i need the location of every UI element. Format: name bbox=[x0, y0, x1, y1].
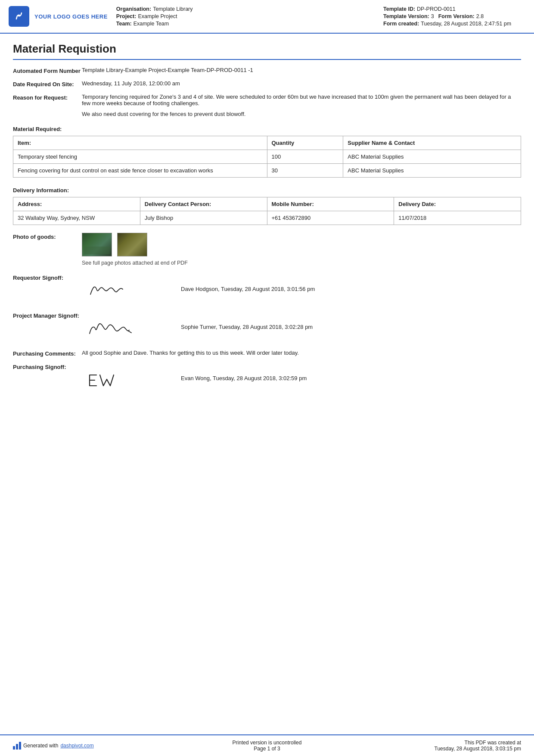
project-row: Project: Example Project bbox=[116, 13, 375, 19]
project-manager-signoff-row: Project Manager Signoff: Sophie Turner, … bbox=[13, 312, 521, 342]
team-row: Team: Example Team bbox=[116, 21, 375, 27]
template-version-value: 3 bbox=[431, 13, 434, 19]
delivery-col-mobile: Mobile Number: bbox=[267, 197, 394, 211]
project-label: Project: bbox=[116, 13, 137, 19]
photo-thumb-1 bbox=[82, 233, 112, 256]
automated-form-number-value: Template Library-Example Project-Example… bbox=[82, 67, 521, 73]
requestor-signoff-inline: Dave Hodgson, Tuesday, 28 August 2018, 3… bbox=[82, 274, 521, 304]
delivery-date-cell: 11/07/2018 bbox=[394, 211, 521, 225]
delivery-mobile-cell: +61 453672890 bbox=[267, 211, 394, 225]
requestor-signoff-label: Requestor Signoff: bbox=[13, 274, 82, 281]
project-manager-signoff-meta: Sophie Turner, Tuesday, 28 August 2018, … bbox=[181, 324, 313, 330]
photo-of-goods-row: Photo of goods: See full page photos att… bbox=[13, 233, 521, 266]
logo-icon bbox=[9, 6, 29, 27]
materials-table-header-row: Item: Quantity Supplier Name & Contact bbox=[13, 136, 521, 150]
purchasing-signoff-label: Purchasing Signoff: bbox=[13, 363, 82, 370]
form-created-row: Form created: Tuesday, 28 August 2018, 2… bbox=[383, 21, 521, 27]
purchasing-signoff-meta: Evan Wong, Tuesday, 28 August 2018, 3:02… bbox=[181, 375, 307, 381]
generated-text: Generated with bbox=[23, 743, 58, 749]
purchasing-signoff-row: Purchasing Signoff: Evan Wong, Tuesday, … bbox=[13, 363, 521, 393]
purchasing-signature-image bbox=[82, 363, 151, 393]
team-label: Team: bbox=[116, 21, 132, 27]
footer-left: Generated with dashpivot.com bbox=[13, 742, 182, 750]
purchasing-comments-value: All good Sophie and Dave. Thanks for get… bbox=[82, 350, 521, 356]
purchasing-signoff-content: Evan Wong, Tuesday, 28 August 2018, 3:02… bbox=[82, 363, 521, 393]
header-meta: Organisation: Template Library Project: … bbox=[116, 6, 375, 27]
date-required-value: Wednesday, 11 July 2018, 12:00:00 am bbox=[82, 80, 521, 87]
delivery-col-address: Address: bbox=[13, 197, 140, 211]
delivery-col-contact: Delivery Contact Person: bbox=[140, 197, 267, 211]
date-required-row: Date Required On Site: Wednesday, 11 Jul… bbox=[13, 80, 521, 87]
footer-center: Printed version is uncontrolled Page 1 o… bbox=[182, 740, 351, 752]
form-version-value: 2.8 bbox=[476, 13, 484, 19]
delivery-contact-cell: July Bishop bbox=[140, 211, 267, 225]
materials-col-supplier: Supplier Name & Contact bbox=[343, 136, 521, 150]
delivery-col-date: Delivery Date: bbox=[394, 197, 521, 211]
materials-supplier-cell: ABC Material Supplies bbox=[343, 164, 521, 178]
logo-text: YOUR LOGO GOES HERE bbox=[34, 13, 108, 20]
delivery-address-cell: 32 Wallaby Way, Sydney, NSW bbox=[13, 211, 140, 225]
project-value: Example Project bbox=[138, 13, 177, 19]
org-row: Organisation: Template Library bbox=[116, 6, 375, 12]
delivery-header-row: Address: Delivery Contact Person: Mobile… bbox=[13, 197, 521, 211]
materials-table-row: Temporary steel fencing 100 ABC Material… bbox=[13, 150, 521, 164]
org-label: Organisation: bbox=[116, 6, 151, 12]
footer-right: This PDF was created at Tuesday, 28 Augu… bbox=[352, 740, 521, 752]
reason-text-2: We also need dust covering for the fence… bbox=[82, 111, 521, 117]
footer-brand: Generated with dashpivot.com bbox=[13, 742, 182, 750]
purchasing-comments-label: Purchasing Comments: bbox=[13, 350, 82, 357]
dashpivot-link[interactable]: dashpivot.com bbox=[60, 743, 93, 749]
form-created-label: Form created: bbox=[383, 21, 419, 27]
template-id-row: Template ID: DP-PROD-0011 bbox=[383, 6, 521, 12]
team-value: Example Team bbox=[134, 21, 169, 27]
reason-for-request-label: Reason for Request: bbox=[13, 94, 82, 101]
pdf-created-label: This PDF was created at bbox=[352, 740, 521, 746]
reason-text-1: Temporary fencing required for Zone's 3 … bbox=[82, 94, 521, 106]
form-title: Material Requistion bbox=[13, 42, 521, 60]
purchasing-comments-row: Purchasing Comments: All good Sophie and… bbox=[13, 350, 521, 357]
materials-col-item: Item: bbox=[13, 136, 267, 150]
materials-table: Item: Quantity Supplier Name & Contact T… bbox=[13, 136, 521, 178]
dashpivot-logo-icon bbox=[13, 742, 21, 750]
photo-thumbnails bbox=[82, 233, 521, 256]
materials-col-quantity: Quantity bbox=[267, 136, 343, 150]
requestor-signature-image bbox=[82, 274, 151, 304]
uncontrolled-text: Printed version is uncontrolled bbox=[182, 740, 351, 746]
header: YOUR LOGO GOES HERE Organisation: Templa… bbox=[0, 0, 534, 34]
materials-quantity-cell: 100 bbox=[267, 150, 343, 164]
page-label: Page 1 of 3 bbox=[182, 746, 351, 752]
svg-point-1 bbox=[18, 15, 20, 17]
form-version-label: Form Version: bbox=[438, 13, 475, 19]
requestor-signoff-content: Dave Hodgson, Tuesday, 28 August 2018, 3… bbox=[82, 274, 521, 304]
page: YOUR LOGO GOES HERE Organisation: Templa… bbox=[0, 0, 534, 756]
org-value: Template Library bbox=[153, 6, 192, 12]
materials-supplier-cell: ABC Material Supplies bbox=[343, 150, 521, 164]
project-manager-signoff-inline: Sophie Turner, Tuesday, 28 August 2018, … bbox=[82, 312, 521, 342]
project-manager-signature-image bbox=[82, 312, 151, 342]
photo-of-goods-label: Photo of goods: bbox=[13, 233, 82, 240]
material-required-label: Material Required: bbox=[13, 126, 521, 132]
footer: Generated with dashpivot.com Printed ver… bbox=[0, 734, 534, 756]
photo-thumb-2 bbox=[117, 233, 147, 256]
project-manager-signoff-content: Sophie Turner, Tuesday, 28 August 2018, … bbox=[82, 312, 521, 342]
reason-for-request-value: Temporary fencing required for Zone's 3 … bbox=[82, 94, 521, 117]
automated-form-number-row: Automated Form Number Template Library-E… bbox=[13, 67, 521, 74]
main-content: Material Requistion Automated Form Numbe… bbox=[0, 34, 534, 734]
delivery-table-row: 32 Wallaby Way, Sydney, NSW July Bishop … bbox=[13, 211, 521, 225]
pdf-created-value: Tuesday, 28 August 2018, 3:03:15 pm bbox=[352, 746, 521, 752]
reason-for-request-row: Reason for Request: Temporary fencing re… bbox=[13, 94, 521, 117]
template-id-label: Template ID: bbox=[383, 6, 415, 12]
template-version-row: Template Version: 3 Form Version: 2.8 bbox=[383, 13, 521, 19]
requestor-signoff-meta: Dave Hodgson, Tuesday, 28 August 2018, 3… bbox=[181, 286, 315, 292]
photo-of-goods-content: See full page photos attached at end of … bbox=[82, 233, 521, 266]
requestor-signoff-row: Requestor Signoff: Dave Hodgson, Tuesday… bbox=[13, 274, 521, 304]
form-created-value: Tuesday, 28 August 2018, 2:47:51 pm bbox=[421, 21, 511, 27]
purchasing-signoff-inline: Evan Wong, Tuesday, 28 August 2018, 3:02… bbox=[82, 363, 521, 393]
template-id-value: DP-PROD-0011 bbox=[417, 6, 456, 12]
delivery-table: Address: Delivery Contact Person: Mobile… bbox=[13, 197, 521, 225]
date-required-label: Date Required On Site: bbox=[13, 80, 82, 87]
delivery-info-label: Delivery Information: bbox=[13, 187, 521, 194]
logo-area: YOUR LOGO GOES HERE bbox=[9, 6, 108, 27]
header-right: Template ID: DP-PROD-0011 Template Versi… bbox=[383, 6, 521, 27]
materials-table-row: Fencing covering for dust control on eas… bbox=[13, 164, 521, 178]
